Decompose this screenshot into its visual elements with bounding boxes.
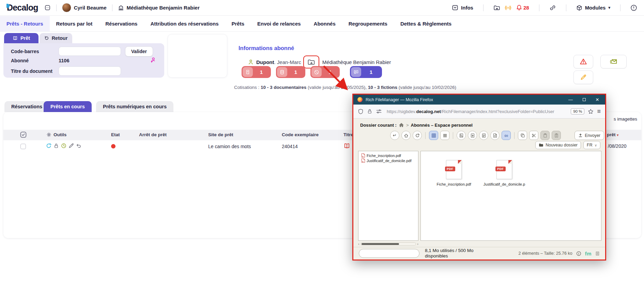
cut-button[interactable] bbox=[529, 131, 538, 140]
bell-icon bbox=[516, 4, 522, 11]
alerts-button[interactable] bbox=[573, 55, 593, 68]
col-arret-de-pret[interactable]: Arrêt de prêt bbox=[139, 132, 167, 137]
nav-dettes-reglements[interactable]: Dettes & Règlements bbox=[394, 16, 458, 31]
file-thumbnail[interactable]: PDF Fiche_inscription.pdf bbox=[435, 160, 473, 186]
tab-prets-numeriques[interactable]: Prêts numériques en cours bbox=[96, 101, 173, 112]
paste-button[interactable] bbox=[540, 131, 550, 140]
notifications-button[interactable]: 28 bbox=[516, 4, 529, 11]
nav-attribution-reservations[interactable]: Attribution des réservations bbox=[144, 16, 225, 31]
undo-icon[interactable] bbox=[76, 143, 82, 149]
history-clock-icon[interactable] bbox=[61, 143, 67, 149]
col-outils[interactable]: Outils bbox=[46, 132, 66, 137]
select-all-checkbox[interactable] bbox=[20, 131, 27, 138]
col-date-pret-fragment[interactable]: prêt ▾ bbox=[607, 132, 618, 137]
bookmark-star-icon[interactable] bbox=[588, 109, 594, 114]
nav-envoi-relances[interactable]: Envoi de relances bbox=[251, 16, 307, 31]
home-icon[interactable] bbox=[399, 122, 404, 128]
nav-regroupements[interactable]: Regroupements bbox=[342, 16, 394, 31]
window-titlebar[interactable]: Rich FileManager — Mozilla Firefox — × bbox=[353, 95, 605, 105]
go-up-button[interactable]: ↵ bbox=[390, 131, 399, 140]
file-grid-pane[interactable]: PDF Fiche_inscription.pdf PDF Justificat… bbox=[420, 151, 601, 241]
minimize-button[interactable]: — bbox=[568, 97, 573, 102]
tab-pret-label: Prêt bbox=[20, 35, 30, 41]
list-view-button[interactable] bbox=[440, 131, 449, 140]
close-button[interactable]: × bbox=[596, 97, 599, 103]
open-book-icon[interactable] bbox=[343, 143, 350, 150]
search-box[interactable] bbox=[359, 249, 419, 258]
modules-menu[interactable]: Modules ▾ bbox=[576, 5, 610, 11]
col-site-de-pret[interactable]: Site de prêt bbox=[208, 132, 233, 137]
titre-document-input[interactable] bbox=[59, 66, 121, 76]
tab-prets-en-cours[interactable]: Prêts en cours bbox=[44, 101, 92, 112]
badge-resources[interactable]: 1 bbox=[276, 66, 305, 78]
folder-export-icon[interactable] bbox=[493, 4, 500, 11]
filter-videos-button[interactable] bbox=[468, 131, 477, 140]
filter-images-button[interactable] bbox=[457, 131, 466, 140]
badge-blocks[interactable]: 1 bbox=[310, 66, 340, 78]
tree-file[interactable]: Fiche_inscription.pdf bbox=[361, 153, 417, 158]
zoom-level-badge[interactable]: 90 % bbox=[571, 108, 584, 114]
nav-reservations[interactable]: Réservations bbox=[99, 16, 144, 31]
pencil-icon bbox=[580, 74, 587, 81]
grid-view-button[interactable] bbox=[429, 131, 438, 140]
list-detail-icon[interactable] bbox=[595, 251, 600, 256]
home-button[interactable] bbox=[401, 131, 411, 140]
col-etat[interactable]: Etat bbox=[111, 132, 120, 137]
file-tree-pane[interactable]: Fiche_inscription.pdf Justificatif_de_do… bbox=[358, 151, 418, 241]
clear-clipboard-button[interactable] bbox=[552, 131, 561, 140]
scrollbar-thumb[interactable] bbox=[362, 243, 399, 245]
breadcrumb-path[interactable]: Abonnés – Espace personnel bbox=[411, 123, 473, 128]
file-thumbnail[interactable]: PDF Justificatif_de_domicile.p bbox=[486, 160, 523, 186]
lock-warning-icon[interactable] bbox=[367, 109, 372, 114]
refresh-button[interactable] bbox=[413, 131, 422, 140]
menu-burger-icon[interactable]: ≡ bbox=[597, 108, 601, 115]
col-titre[interactable]: Titre bbox=[343, 132, 353, 137]
edit-button[interactable] bbox=[573, 70, 593, 84]
tab-retour[interactable]: Retour bbox=[40, 33, 72, 43]
app-icon[interactable] bbox=[44, 4, 51, 11]
permissions-toggle-icon[interactable] bbox=[376, 108, 382, 114]
tree-file[interactable]: Justificatif_de_domicile.pdf bbox=[361, 158, 417, 163]
link-icon[interactable] bbox=[549, 4, 556, 11]
info-circle-icon[interactable] bbox=[576, 251, 581, 256]
barcode-input[interactable] bbox=[59, 47, 121, 56]
tab-reservations[interactable]: Réservations bbox=[4, 101, 49, 112]
current-library[interactable]: Médiathèque Benjamin Rabier bbox=[118, 5, 200, 11]
edit-row-icon[interactable] bbox=[68, 143, 74, 149]
scroll-left-icon[interactable]: ‹ bbox=[358, 242, 359, 246]
tree-horizontal-scrollbar[interactable]: ‹ › bbox=[358, 242, 418, 246]
scroll-right-icon[interactable]: › bbox=[417, 242, 418, 246]
pdf-file-icon bbox=[361, 153, 365, 158]
current-user[interactable]: Cyril Beaume bbox=[62, 3, 107, 12]
language-select[interactable]: FR ∨ bbox=[583, 141, 600, 149]
broadcast-icon[interactable] bbox=[505, 4, 511, 11]
tree-file-name: Justificatif_de_domicile.pdf bbox=[367, 159, 411, 163]
envoyer-button[interactable]: Envoyer bbox=[574, 131, 604, 140]
filemanager-body: Dossier courant : > Abonnés – Espace per… bbox=[353, 119, 605, 260]
filter-documents-button[interactable] bbox=[479, 131, 488, 140]
tab-pret[interactable]: Prêt bbox=[4, 33, 39, 43]
new-folder-button[interactable]: Nouveau dossier bbox=[535, 141, 581, 149]
show-all-button[interactable]: ∞ bbox=[502, 131, 511, 140]
scrollbar-track[interactable] bbox=[361, 242, 416, 246]
badge-loans[interactable]: 1 bbox=[242, 66, 271, 78]
infos-button[interactable]: Infos bbox=[452, 4, 473, 11]
send-mail-button[interactable] bbox=[600, 55, 627, 68]
nav-retours-par-lot[interactable]: Retours par lot bbox=[50, 16, 99, 31]
badge-messages[interactable]: 1 bbox=[350, 66, 382, 78]
url-field[interactable]: https://sigbdev.decalog.net/RichFilemana… bbox=[387, 109, 567, 114]
valider-button[interactable]: Valider bbox=[125, 46, 153, 57]
col-code-exemplaire[interactable]: Code exemplaire bbox=[282, 132, 319, 137]
nav-abonnes[interactable]: Abonnés bbox=[307, 16, 342, 31]
person-link-icon[interactable] bbox=[150, 57, 156, 63]
alert-circle-icon[interactable] bbox=[630, 4, 637, 11]
copy-button[interactable] bbox=[518, 131, 527, 140]
renew-icon[interactable] bbox=[46, 143, 52, 149]
search-input[interactable] bbox=[364, 251, 417, 256]
lock-icon[interactable] bbox=[53, 143, 59, 149]
filter-text-files-button[interactable] bbox=[490, 131, 500, 140]
nav-prets[interactable]: Prêts bbox=[225, 16, 251, 31]
maximize-button[interactable] bbox=[583, 98, 586, 101]
nav-prets-retours[interactable]: Prêts - Retours bbox=[0, 16, 50, 31]
row-checkbox[interactable] bbox=[20, 144, 26, 149]
